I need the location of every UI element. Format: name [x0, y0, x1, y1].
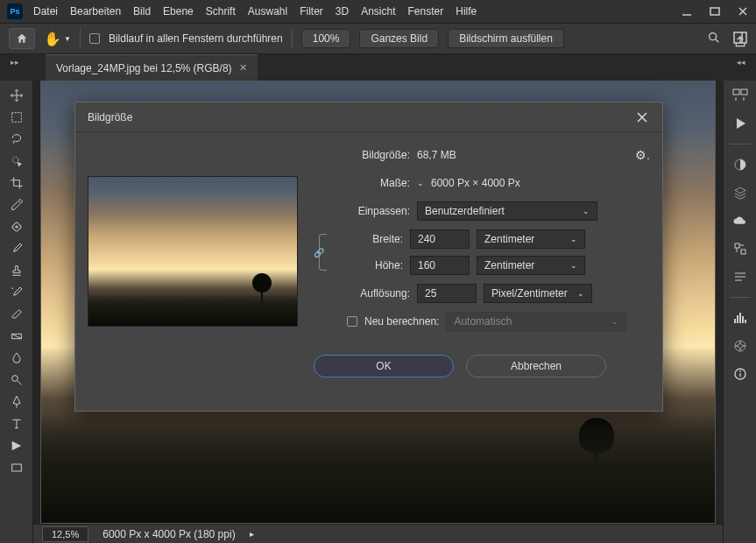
menubar: Ps Datei Bearbeiten Bild Ebene Schrift A… — [0, 0, 756, 23]
close-tab-icon[interactable]: ✕ — [239, 62, 247, 74]
maximize-button[interactable] — [709, 5, 721, 18]
dimensions-dropdown-icon[interactable]: ⌄ — [417, 179, 424, 187]
app-logo: Ps — [7, 4, 23, 19]
chevron-down-icon: ▼ — [64, 35, 71, 43]
crop-tool[interactable] — [4, 172, 29, 194]
rectangle-tool[interactable] — [4, 456, 29, 478]
document-tab[interactable]: Vorlage_24MP.jpg bei 12,5% (RGB/8) ✕ — [46, 54, 258, 81]
status-bar: 12,5% 6000 Px x 4000 Px (180 ppi) ▸ — [33, 524, 723, 543]
move-tool[interactable] — [4, 84, 29, 106]
paragraph-icon[interactable] — [728, 265, 752, 288]
resample-checkbox[interactable] — [347, 316, 357, 327]
menu-edit[interactable]: Bearbeiten — [70, 5, 121, 18]
quick-select-tool[interactable] — [4, 150, 29, 172]
menu-help[interactable]: Hilfe — [456, 5, 477, 18]
blur-tool[interactable] — [4, 347, 29, 369]
svg-rect-13 — [11, 464, 21, 471]
cancel-button[interactable]: Abbrechen — [466, 355, 606, 377]
svg-rect-26 — [745, 320, 746, 323]
close-button[interactable] — [737, 5, 749, 18]
resolution-unit-select[interactable]: Pixel/Zentimeter⌄ — [484, 284, 592, 303]
menu-select[interactable]: Auswahl — [248, 5, 287, 18]
fit-screen-button[interactable]: Ganzes Bild — [359, 29, 439, 48]
dialog-titlebar: Bildgröße — [75, 102, 662, 132]
info-icon[interactable] — [728, 363, 752, 385]
dialog-close-button[interactable] — [634, 109, 650, 125]
svg-rect-17 — [735, 243, 739, 248]
resample-select: Automatisch⌄ — [446, 312, 626, 331]
height-label: Höhe: — [328, 259, 403, 272]
height-input[interactable] — [410, 256, 470, 275]
dimensions-label: Maße: — [314, 177, 410, 189]
document-info[interactable]: 6000 Px x 4000 Px (180 ppi) — [102, 528, 235, 540]
tools-panel — [0, 81, 33, 543]
window-controls — [681, 5, 749, 18]
marquee-tool[interactable] — [4, 106, 29, 128]
menu-window[interactable]: Fenster — [408, 5, 444, 18]
minimize-button[interactable] — [681, 5, 693, 18]
home-button[interactable] — [9, 28, 35, 49]
width-unit-select[interactable]: Zentimeter⌄ — [477, 229, 585, 249]
brush-tool[interactable] — [4, 237, 29, 259]
menu-type[interactable]: Schrift — [206, 5, 236, 18]
gradient-tool[interactable] — [4, 325, 29, 347]
constrain-link[interactable]: 🔗 — [314, 229, 331, 276]
cloud-icon[interactable] — [728, 209, 752, 232]
chevron-down-icon: ⌄ — [611, 317, 618, 326]
gear-icon[interactable]: ⚙. — [635, 148, 650, 162]
ok-button[interactable]: OK — [314, 355, 454, 377]
fill-screen-button[interactable]: Bildschirm ausfüllen — [448, 29, 564, 48]
preview-thumbnail[interactable] — [88, 176, 298, 327]
layers-icon[interactable] — [728, 181, 752, 204]
path-tool[interactable] — [4, 434, 29, 456]
expand-left-icon[interactable]: ▸▸ — [11, 58, 19, 67]
dodge-tool[interactable] — [4, 369, 29, 391]
menu-view[interactable]: Ansicht — [361, 5, 395, 18]
type-tool[interactable] — [4, 413, 29, 434]
share-icon[interactable] — [733, 35, 747, 52]
pen-tool[interactable] — [4, 391, 29, 413]
svg-rect-14 — [733, 89, 739, 95]
panels-dock — [723, 81, 756, 543]
filesize-value: 68,7 MB — [417, 149, 456, 161]
eyedropper-tool[interactable] — [4, 194, 29, 215]
play-icon[interactable] — [728, 112, 752, 135]
scroll-all-label: Bildlauf in allen Fenstern durchführen — [109, 32, 283, 45]
menu-filter[interactable]: Filter — [300, 5, 323, 18]
eraser-tool[interactable] — [4, 303, 29, 325]
svg-point-27 — [735, 341, 745, 351]
width-input[interactable] — [410, 229, 470, 249]
resolution-input[interactable] — [417, 284, 477, 303]
panel-85-icon[interactable] — [728, 84, 752, 107]
chevron-down-icon: ⌄ — [577, 289, 584, 298]
menu-file[interactable]: Datei — [33, 5, 58, 18]
navigator-icon[interactable] — [728, 335, 752, 357]
zoom-100-button[interactable]: 100% — [301, 29, 351, 48]
resolution-label: Auflösung: — [314, 287, 410, 300]
lasso-tool[interactable] — [4, 128, 29, 150]
main-menu: Datei Bearbeiten Bild Ebene Schrift Ausw… — [33, 5, 477, 18]
healing-tool[interactable] — [4, 215, 29, 237]
expand-right-icon[interactable]: ◂◂ — [737, 58, 745, 67]
pathfinder-icon[interactable] — [728, 237, 752, 260]
scroll-all-checkbox[interactable] — [89, 33, 100, 44]
zoom-level[interactable]: 12,5% — [42, 526, 88, 542]
height-unit-select[interactable]: Zentimeter⌄ — [477, 256, 585, 275]
svg-rect-24 — [739, 313, 741, 323]
history-brush-tool[interactable] — [4, 281, 29, 303]
menu-3d[interactable]: 3D — [336, 5, 349, 18]
chevron-right-icon[interactable]: ▸ — [250, 529, 254, 539]
menu-layer[interactable]: Ebene — [163, 5, 194, 18]
options-bar: ✋▼ Bildlauf in allen Fenstern durchführe… — [0, 23, 756, 54]
menu-image[interactable]: Bild — [133, 5, 151, 18]
search-icon[interactable] — [707, 31, 721, 47]
svg-point-12 — [11, 375, 18, 381]
tool-preset[interactable]: ✋▼ — [44, 31, 71, 47]
svg-rect-15 — [741, 89, 747, 95]
resample-label: Neu berechnen: — [364, 315, 439, 328]
svg-rect-8 — [11, 112, 21, 122]
stamp-tool[interactable] — [4, 259, 29, 281]
contrast-icon[interactable] — [728, 153, 752, 176]
fit-select[interactable]: Benutzerdefiniert⌄ — [417, 201, 597, 221]
histogram-icon[interactable] — [728, 307, 752, 329]
